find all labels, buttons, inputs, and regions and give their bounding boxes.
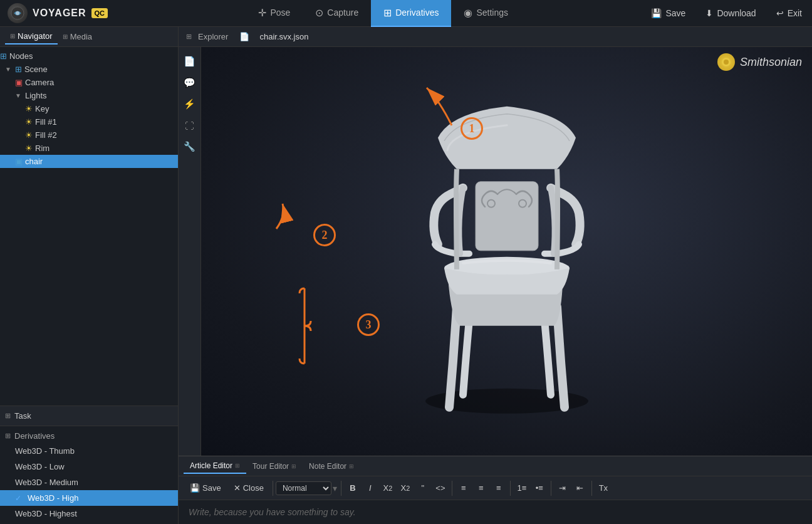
superscript-button[interactable]: X2 [397,479,414,497]
3d-viewport[interactable]: Smithsonian [201,47,812,456]
editor-placeholder: Write, because you have something to say… [189,507,356,517]
editor-content-area[interactable]: Write, because you have something to say… [179,500,812,524]
task-web3d-high[interactable]: ✓ Web3D - High [0,490,178,506]
editor-save-button[interactable]: 💾 Save [184,481,227,495]
save-button[interactable]: 💾 Save [641,0,695,27]
tab-media[interactable]: ⊞ Media [58,29,97,44]
editor-close-button[interactable]: ✕ Close [227,481,270,495]
article-editor-grid-icon: ⊞ [235,463,240,469]
share-icon-btn[interactable]: ⚡ [180,95,199,113]
document-icon-btn[interactable]: 📄 [180,52,199,71]
logo-text: VOYAGER [33,8,86,19]
rim-light-icon: ☀ [25,144,33,153]
smithsonian-sun-icon [717,53,735,71]
media-grid-icon: ⊞ [63,33,68,40]
code-button[interactable]: <> [432,479,449,497]
lights-expand-icon: ▼ [15,92,21,99]
left-panel: ⊞ Navigator ⊞ Media ⊞ Nodes ▼ ⊞ Scene ▣ [0,27,179,524]
tree-nodes-header: ⊞ Nodes [0,50,178,63]
explorer-bar: ⊞ Explorer 📄 chair.svx.json [179,27,812,47]
tab-navigator[interactable]: ⊞ Navigator [5,29,58,45]
tab-pose[interactable]: ✛ Pose [246,0,303,27]
tree-area: ⊞ Nodes ▼ ⊞ Scene ▣ Camera ▼ Lights ☀ [0,47,178,406]
nodes-icon: ⊞ [0,51,7,61]
subscript-button[interactable]: X2 [379,479,397,497]
italic-button[interactable]: I [362,479,379,497]
tab-article-editor[interactable]: Article Editor ⊞ [184,459,246,474]
checkmark-icon: ✓ [15,494,21,503]
tab-tour-editor[interactable]: Tour Editor ⊞ [246,459,303,473]
download-button[interactable]: ⬇ Download [695,0,766,27]
center-area: ⊞ Explorer 📄 chair.svx.json 📄 💬 ⚡ ⛶ 🔧 [179,27,812,524]
task-section-icon: ⊞ [5,432,11,440]
tour-editor-grid-icon: ⊞ [291,463,296,469]
indent-button[interactable]: ⇥ [554,479,571,497]
editor-toolbar: 💾 Save ✕ Close Normal Heading 1 Heading … [179,476,812,500]
task-derivatives-header: ⊞ Derivatives [0,429,178,443]
outdent-button[interactable]: ⇤ [571,479,589,497]
tab-settings[interactable]: ◉ Settings [451,0,521,27]
unordered-list-button[interactable]: •≡ [531,479,548,497]
task-grid-icon: ⊞ [5,412,11,420]
tab-capture[interactable]: ⊙ Capture [303,0,371,27]
camera-icon: ▣ [15,78,23,87]
tab-note-editor[interactable]: Note Editor ⊞ [303,459,360,473]
tree-item-fill2[interactable]: ☀ Fill #2 [0,128,178,142]
pose-icon: ✛ [258,7,266,19]
navigator-grid-icon: ⊞ [10,33,15,39]
fullscreen-icon-btn[interactable]: ⛶ [180,116,199,135]
toolbar-separator-2 [341,481,341,496]
capture-icon: ⊙ [315,7,323,19]
smithsonian-text: Smithsonian [740,56,802,69]
tools-icon-btn[interactable]: 🔧 [180,137,199,156]
svg-rect-6 [476,182,538,251]
tree-item-key[interactable]: ☀ Key [0,102,178,115]
format-dropdown[interactable]: Normal Heading 1 Heading 2 Heading 3 [276,481,331,495]
bold-button[interactable]: B [344,479,362,497]
comment-icon-btn[interactable]: 💬 [180,73,199,92]
tree-item-fill1[interactable]: ☀ Fill #1 [0,115,178,128]
toolbar-separator-6 [591,481,592,496]
editor-close-icon: ✕ [234,483,241,493]
task-list: ⊞ Derivatives Web3D - Thumb Web3D - Low … [0,426,178,524]
svg-point-3 [724,60,729,65]
fill2-light-icon: ☀ [25,130,33,140]
tree-item-scene[interactable]: ▼ ⊞ Scene [0,63,178,76]
task-web3d-medium[interactable]: Web3D - Medium [0,474,178,490]
fill1-light-icon: ☀ [25,117,33,127]
main-layout: ⊞ Navigator ⊞ Media ⊞ Nodes ▼ ⊞ Scene ▣ [0,27,812,524]
bottom-editor-area: Article Editor ⊞ Tour Editor ⊞ Note Edit… [179,456,812,524]
annotation-3-area: 3 [298,288,348,365]
chair-mesh-icon: ▣ [15,157,23,166]
editor-tabs: Article Editor ⊞ Tour Editor ⊞ Note Edit… [179,456,812,476]
file-icon: 📄 [239,32,249,41]
exit-button[interactable]: ↩ Exit [766,0,812,27]
toolbar-separator-3 [452,481,452,496]
task-web3d-highest[interactable]: Web3D - Highest [0,506,178,521]
tree-item-rim[interactable]: ☀ Rim [0,142,178,155]
tree-item-camera[interactable]: ▣ Camera [0,76,178,89]
align-center-button[interactable]: ≡ [472,479,490,497]
editor-save-icon: 💾 [190,483,200,493]
tab-derivatives[interactable]: ⊞ Derivatives [371,0,451,27]
smithsonian-logo: Smithsonian [717,53,802,71]
align-left-button[interactable]: ≡ [455,479,472,497]
derivatives-icon: ⊞ [383,7,392,19]
ordered-list-button[interactable]: 1≡ [513,479,531,497]
align-right-button[interactable]: ≡ [490,479,508,497]
chair-3d-model [375,69,638,420]
task-web3d-thumb[interactable]: Web3D - Thumb [0,443,178,459]
blockquote-button[interactable]: " [414,479,432,497]
icon-sidebar: 📄 💬 ⚡ ⛶ 🔧 [179,47,201,456]
task-area: ⊞ Task ⊞ Derivatives Web3D - Thumb Web3D… [0,406,178,524]
topbar: VOYAGER QC ✛ Pose ⊙ Capture ⊞ Derivative… [0,0,812,27]
tree-item-lights[interactable]: ▼ Lights [0,89,178,102]
task-web3d-low[interactable]: Web3D - Low [0,459,178,474]
filename: chair.svx.json [259,32,308,41]
toolbar-separator-5 [551,481,551,496]
tree-item-chair[interactable]: ▣ chair [0,155,178,168]
scene-expand-icon: ▼ [5,66,11,73]
qc-badge: QC [91,8,108,18]
clear-format-button[interactable]: Tx [595,479,612,497]
dropdown-caret: ▾ [331,483,338,493]
